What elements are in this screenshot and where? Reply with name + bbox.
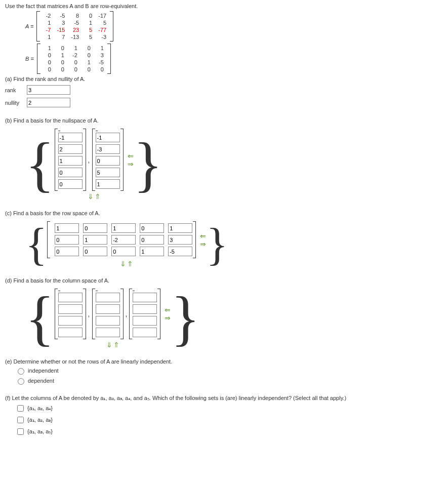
check-a1a2a3-label: {a₁, a₂, a₃} xyxy=(27,417,53,423)
c-2-1[interactable] xyxy=(83,247,107,256)
matrix-a: -2-580-17 13-515 -7-15235-77 17-135-3 xyxy=(36,11,113,42)
arrow-left-icon[interactable]: ⇐ xyxy=(165,306,171,313)
matrix-b: 10101 01-203 0001-5 00000 xyxy=(37,44,111,74)
part-e-prompt: (e) Determine whether or not the rows of… xyxy=(5,358,443,365)
d-v3-1[interactable] xyxy=(133,304,157,314)
arrow-right-icon[interactable]: ⇒ xyxy=(128,160,134,168)
matrix-b-equation: B = 10101 01-203 0001-5 00000 xyxy=(25,44,443,74)
check-a1a3a5[interactable] xyxy=(17,428,24,435)
b-v1-0[interactable] xyxy=(58,133,83,142)
part-b-prompt: (b) Find a basis for the nullspace of A. xyxy=(5,117,443,124)
part-a-prompt: (a) Find the rank and nullity of A. xyxy=(5,76,443,82)
matrix-a-equation: A = -2-580-17 13-515 -7-15235-77 17-135-… xyxy=(25,11,443,42)
arrow-right-icon[interactable]: ⇒ xyxy=(200,240,206,248)
radio-independent-label: independent xyxy=(28,368,59,374)
d-v1-0[interactable] xyxy=(58,293,83,302)
rank-input[interactable] xyxy=(27,85,70,95)
nullity-input[interactable] xyxy=(27,98,70,107)
right-brace-icon: } xyxy=(134,140,163,189)
comma: , xyxy=(88,156,90,164)
c-1-0[interactable] xyxy=(55,235,79,245)
part-d-prompt: (d) Find a basis for the column space of… xyxy=(5,277,443,284)
b-v1-1[interactable] xyxy=(58,144,83,154)
check-a1a2a4[interactable] xyxy=(17,405,24,412)
col-vec-2 xyxy=(92,289,124,339)
b-v1-4[interactable] xyxy=(58,179,83,189)
left-brace-icon: { xyxy=(25,140,55,189)
d-v1-3[interactable] xyxy=(58,328,83,337)
d-v3-2[interactable] xyxy=(133,316,157,326)
left-brace-icon: { xyxy=(25,294,55,343)
c-2-3[interactable] xyxy=(140,247,164,256)
arrow-down-icon[interactable]: ⇓ xyxy=(88,193,94,200)
arrow-up-icon[interactable]: ⇑ xyxy=(113,341,119,348)
arrow-down-icon[interactable]: ⇓ xyxy=(106,341,112,348)
c-0-2[interactable] xyxy=(111,223,136,233)
c-0-3[interactable] xyxy=(140,223,164,233)
arrow-down-icon[interactable]: ⇓ xyxy=(120,260,126,267)
d-v2-1[interactable] xyxy=(96,304,120,314)
d-v3-3[interactable] xyxy=(133,328,157,337)
comma: , xyxy=(88,310,90,318)
d-v1-2[interactable] xyxy=(58,316,83,326)
nullity-label: nullity xyxy=(5,100,25,106)
null-vec-1 xyxy=(55,129,86,191)
arrow-up-icon[interactable]: ⇑ xyxy=(95,193,101,200)
comma: , xyxy=(126,310,128,318)
c-2-2[interactable] xyxy=(111,247,136,256)
d-v1-1[interactable] xyxy=(58,304,83,314)
check-a1a2a4-label: {a₁, a₂, a₄} xyxy=(27,405,53,412)
b-v2-3[interactable] xyxy=(96,168,120,177)
c-1-2[interactable] xyxy=(111,235,136,245)
check-a1a2a3[interactable] xyxy=(17,417,24,423)
b-v2-4[interactable] xyxy=(96,179,120,189)
b-v2-0[interactable] xyxy=(96,133,120,142)
radio-independent[interactable] xyxy=(18,368,24,375)
d-v3-0[interactable] xyxy=(133,293,157,302)
b-v2-1[interactable] xyxy=(96,144,120,154)
radio-dependent[interactable] xyxy=(18,378,24,385)
col-vec-1 xyxy=(55,289,86,339)
b-v1-2[interactable] xyxy=(58,156,83,166)
intro-text: Use the fact that matrices A and B are r… xyxy=(5,3,443,9)
c-1-1[interactable] xyxy=(83,235,107,245)
c-2-0[interactable] xyxy=(55,247,79,256)
check-a1a3a5-label: {a₁, a₃, a₅} xyxy=(27,428,53,435)
arrow-left-icon[interactable]: ⇐ xyxy=(200,232,206,239)
part-f-prompt: (f) Let the columns of A be denoted by a… xyxy=(5,395,443,401)
b-v2-2[interactable] xyxy=(96,156,120,166)
radio-dependent-label: dependent xyxy=(28,378,54,384)
right-brace-icon: } xyxy=(206,226,228,263)
d-v2-3[interactable] xyxy=(96,328,120,337)
col-vec-3 xyxy=(129,289,160,339)
rank-label: rank xyxy=(5,87,25,93)
row-basis-matrix xyxy=(47,221,196,258)
c-1-3[interactable] xyxy=(140,235,164,245)
c-1-4[interactable] xyxy=(168,235,192,245)
arrow-left-icon[interactable]: ⇐ xyxy=(128,152,134,159)
c-0-1[interactable] xyxy=(83,223,107,233)
matrix-a-label: A = xyxy=(25,23,33,29)
d-v2-2[interactable] xyxy=(96,316,120,326)
c-2-4[interactable] xyxy=(168,247,192,256)
arrow-up-icon[interactable]: ⇑ xyxy=(127,260,133,267)
right-brace-icon: } xyxy=(171,294,200,343)
b-v1-3[interactable] xyxy=(58,168,83,177)
c-0-4[interactable] xyxy=(168,223,192,233)
left-brace-icon: { xyxy=(25,226,47,263)
d-v2-0[interactable] xyxy=(96,293,120,302)
arrow-right-icon[interactable]: ⇒ xyxy=(165,314,171,322)
matrix-b-label: B = xyxy=(25,56,34,62)
part-c-prompt: (c) Find a basis for the row space of A. xyxy=(5,210,443,216)
null-vec-2 xyxy=(92,129,124,191)
c-0-0[interactable] xyxy=(55,223,79,233)
